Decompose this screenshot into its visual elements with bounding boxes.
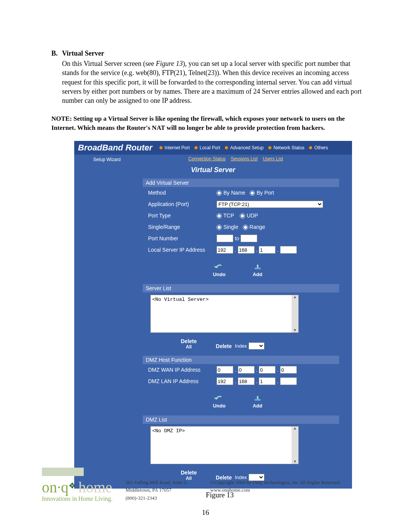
nav-local-port[interactable]: Local Port <box>194 145 220 150</box>
add-button[interactable]: Add <box>252 264 263 277</box>
subnav-sessions-list[interactable]: Sessions List <box>231 156 258 161</box>
undo-button[interactable]: Undo <box>213 264 225 277</box>
decorative-bar <box>42 468 84 476</box>
undo-icon <box>214 395 225 402</box>
server-list-box[interactable]: <No Virtual Server> ▲▼ <box>150 295 299 333</box>
label-port-type: Port Type <box>143 212 217 219</box>
label-local-server-ip: Local Server IP Address <box>143 247 217 253</box>
delete-button[interactable]: Delete <box>216 343 232 349</box>
undo-icon <box>214 264 225 271</box>
note-paragraph: NOTE: Setting up a Virtual Server is lik… <box>51 114 365 133</box>
local-ip-4[interactable] <box>280 246 297 254</box>
router-brand: BroadBand Router <box>78 143 153 153</box>
delete-all-button[interactable]: Delete All <box>181 338 197 350</box>
svg-rect-0 <box>255 268 261 269</box>
para-figref: Figure 13 <box>156 60 183 67</box>
section-dmz-list: DMZ List <box>143 415 339 424</box>
label-application-port: Application (Port) <box>143 201 217 207</box>
section-paragraph: On this Virtual Server screen (see Figur… <box>62 59 365 105</box>
dmz-lan-2[interactable] <box>238 377 255 385</box>
application-port-select[interactable]: FTP (TCP:21) <box>217 201 323 208</box>
dmz-lan-3[interactable] <box>259 377 276 385</box>
nav-advanced-setup[interactable]: Advanced Setup <box>225 145 264 150</box>
radio-tcp[interactable] <box>217 213 222 219</box>
nav-others[interactable]: Others <box>309 145 328 150</box>
nav-network-status[interactable]: Network Status <box>268 145 304 150</box>
label-dmz-wan-ip: DMZ WAN IP Address <box>143 367 217 373</box>
delete-index-select[interactable] <box>249 342 264 350</box>
dmz-list-empty: <No DMZ IP> <box>152 428 185 434</box>
dmz-wan-2[interactable] <box>238 366 255 374</box>
local-ip-3[interactable] <box>259 246 276 254</box>
scrollbar[interactable]: ▲▼ <box>292 427 298 464</box>
radio-range[interactable] <box>243 225 248 230</box>
dmz-undo-button[interactable]: Undo <box>213 395 225 409</box>
para-pre: On this Virtual Server screen (see <box>62 60 156 67</box>
server-list-empty: <No Virtual Server> <box>152 297 209 302</box>
router-page-title: Virtual Server <box>74 164 352 179</box>
nav-internet-port[interactable]: Internet Port <box>159 145 190 150</box>
scrollbar[interactable]: ▲▼ <box>292 295 298 332</box>
setup-wizard-link[interactable]: Setup Wizard <box>93 157 121 162</box>
svg-rect-2 <box>255 399 261 401</box>
port-to[interactable] <box>241 235 257 242</box>
dmz-lan-1[interactable] <box>217 377 233 385</box>
dmz-wan-3[interactable] <box>259 366 276 374</box>
dmz-wan-1[interactable] <box>217 366 233 374</box>
add-icon <box>252 395 263 402</box>
svg-rect-3 <box>257 396 258 399</box>
radio-single[interactable] <box>217 225 222 230</box>
local-ip-2[interactable] <box>238 246 255 254</box>
subnav-connection-status[interactable]: Connection Status <box>188 156 226 161</box>
section-add-virtual-server: Add Virtual Server <box>143 179 339 187</box>
dmz-list-box[interactable]: <No DMZ IP> ▲▼ <box>150 426 299 464</box>
dmz-lan-4[interactable] <box>280 377 297 385</box>
footer-address: 301 Fulling Mill Road, Suite G Middletow… <box>126 479 188 502</box>
page-footer: on·q❖home Innovations in Home Living. 30… <box>0 468 411 502</box>
dmz-wan-4[interactable] <box>280 366 297 374</box>
label-port-number: Port Number <box>143 235 217 241</box>
radio-udp[interactable] <box>240 213 245 219</box>
footer-copyright: ©Copyright 2004 by OnQ Technologies, Inc… <box>210 479 341 502</box>
label-single-range: Single/Range <box>143 224 217 230</box>
local-ip-1[interactable] <box>217 246 233 254</box>
page-number: 16 <box>0 508 411 517</box>
router-topbar: BroadBand Router Internet Port Local Por… <box>74 141 352 155</box>
radio-by-port[interactable] <box>250 190 255 196</box>
label-method: Method <box>143 190 217 196</box>
section-dmz-host: DMZ Host Function <box>143 356 339 364</box>
heading-letter: B. <box>51 50 62 58</box>
add-icon <box>252 264 263 271</box>
port-from[interactable] <box>217 235 233 242</box>
radio-by-name[interactable] <box>217 190 222 196</box>
section-server-list: Server List <box>143 284 339 292</box>
svg-rect-1 <box>257 265 258 268</box>
section-heading: B.Virtual Server <box>51 50 365 58</box>
heading-title: Virtual Server <box>62 50 104 57</box>
label-dmz-lan-ip: DMZ LAN IP Address <box>143 378 217 384</box>
subnav-users-list[interactable]: Users List <box>263 156 283 161</box>
router-screenshot: BroadBand Router Internet Port Local Por… <box>74 141 352 489</box>
dmz-add-button[interactable]: Add <box>252 395 263 409</box>
